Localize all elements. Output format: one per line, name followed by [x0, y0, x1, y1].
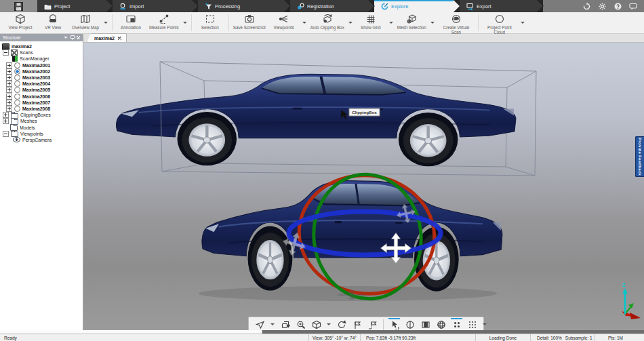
tree-item-scan-selected[interactable]: Maxima2002: [0, 68, 83, 75]
save-project-button[interactable]: [0, 0, 37, 12]
close-icon[interactable]: [77, 36, 80, 39]
standard-views-button[interactable]: [309, 318, 323, 331]
viewpoints-icon: [279, 14, 289, 24]
tree-item-meshes[interactable]: Meshes: [0, 118, 83, 124]
point-density-button[interactable]: [449, 318, 464, 331]
viewpoints-dropdown[interactable]: [300, 12, 308, 33]
show-grid-button[interactable]: Show Grid: [355, 12, 387, 33]
feedback-button-small[interactable]: [629, 2, 637, 10]
expand-icon[interactable]: [6, 106, 12, 112]
button-label: VR View: [45, 25, 61, 30]
split-view-button[interactable]: [403, 318, 417, 331]
measure-points-button[interactable]: Measure Points: [147, 12, 181, 33]
auto-clipping-box-dropdown[interactable]: [346, 12, 355, 33]
show-grid-dropdown[interactable]: [387, 12, 395, 33]
mesh-selection-dropdown[interactable]: [428, 12, 437, 33]
expand-icon[interactable]: [3, 118, 9, 124]
tree-item-scan[interactable]: Maxima2005: [0, 87, 83, 93]
expand-icon[interactable]: [6, 100, 12, 106]
3d-viewport[interactable]: ClippingBox: [83, 43, 644, 330]
tree-item-scan[interactable]: Maxima2006: [0, 94, 83, 100]
tree-item-scan[interactable]: Maxima2004: [0, 81, 83, 87]
save-screenshot-button[interactable]: Save Screenshot: [231, 12, 268, 33]
button-label: Selection: [201, 25, 219, 30]
car-point-cloud-top[interactable]: [116, 74, 516, 166]
mesh-selection-button[interactable]: Mesh Selection: [395, 12, 428, 33]
tab-project[interactable]: Project: [37, 0, 106, 12]
create-virtual-scan-button[interactable]: Create Virtual Scan: [437, 12, 476, 33]
collapse-icon[interactable]: [3, 49, 9, 56]
settings-button[interactable]: [598, 2, 606, 10]
fly-mode-dropdown[interactable]: [268, 323, 277, 325]
tree-item-perspcamera[interactable]: PerspCamera: [0, 137, 83, 143]
expand-icon[interactable]: [6, 94, 12, 100]
tree-item-scan[interactable]: Maxima2008: [0, 106, 83, 112]
project-point-cloud-dropdown[interactable]: [519, 12, 527, 33]
expand-icon[interactable]: [6, 87, 12, 93]
rotate-view-button[interactable]: [334, 318, 348, 331]
view-project-button[interactable]: View Project: [4, 12, 37, 33]
tab-processing[interactable]: Processing: [198, 0, 284, 12]
structure-panel-header: Structure: [0, 34, 83, 41]
tab-export[interactable]: Export: [460, 0, 537, 12]
orbit-button[interactable]: [278, 318, 292, 331]
flag-measure-icon: [353, 320, 362, 329]
ribbon-toolbar: View Project VR View Overview Map Annota…: [0, 12, 644, 34]
pin-icon[interactable]: [71, 35, 74, 40]
tree-item-viewpoints[interactable]: Viewpoints: [0, 131, 83, 137]
document-tab-maxima2[interactable]: maxima2: [87, 33, 127, 42]
measure-points-dropdown[interactable]: [181, 12, 189, 33]
annotation-button[interactable]: Annotation: [115, 12, 147, 33]
auto-clipping-box-button[interactable]: Auto Clipping Box: [308, 12, 346, 33]
tree-item-scan[interactable]: Maxima2003: [0, 75, 83, 81]
tab-label: Export: [477, 3, 491, 9]
navigation-ball-button[interactable]: [434, 318, 448, 331]
camera-icon: [13, 137, 20, 142]
help-button[interactable]: [613, 2, 622, 10]
viewpoints-button[interactable]: Viewpoints: [268, 12, 300, 33]
expand-icon[interactable]: [6, 75, 12, 81]
vr-headset-icon: [47, 14, 58, 24]
fly-mode-button[interactable]: [253, 318, 267, 331]
flag-measure-button[interactable]: [350, 318, 364, 331]
tab-registration[interactable]: Registration: [290, 0, 368, 12]
zoom-area-button[interactable]: [294, 318, 308, 331]
selection-button[interactable]: Selection: [194, 12, 226, 33]
expand-icon[interactable]: [6, 68, 12, 75]
expand-icon[interactable]: [6, 81, 12, 87]
pixel-grid-dropdown[interactable]: [481, 323, 489, 325]
tab-explore[interactable]: Explore: [374, 0, 454, 12]
provide-feedback-button[interactable]: Provide Feedback: [635, 136, 644, 177]
collapse-icon[interactable]: [3, 131, 9, 137]
car-point-cloud-bottom[interactable]: [202, 181, 502, 292]
scan-icon: [14, 94, 20, 100]
layers-button[interactable]: [418, 318, 432, 331]
tree-item-clippingboxes[interactable]: ClippingBoxes: [0, 112, 83, 118]
tree-item-scanmanager[interactable]: ScanManager: [0, 56, 83, 62]
settings-gear-icon: [599, 3, 606, 10]
chevron-down-icon: [430, 22, 435, 24]
annotation-icon: [125, 14, 136, 24]
overview-map-dropdown[interactable]: [102, 12, 110, 33]
tree-item-models[interactable]: Models: [0, 124, 83, 130]
panel-menu-icon[interactable]: [64, 37, 68, 39]
tab-import[interactable]: Import: [113, 0, 192, 12]
tree-item-scan[interactable]: Maxima2001: [0, 62, 83, 68]
chevron-down-icon: [302, 22, 306, 24]
expand-icon[interactable]: [6, 62, 12, 68]
standard-views-dropdown[interactable]: [325, 323, 333, 325]
button-label: Auto Clipping Box: [310, 25, 344, 30]
export-icon: [466, 3, 474, 10]
close-tab-icon[interactable]: [118, 37, 121, 40]
vr-view-button[interactable]: VR View: [37, 12, 69, 33]
tab-label: Project: [54, 3, 70, 9]
project-point-cloud-button[interactable]: Project Point Cloud: [481, 12, 519, 33]
interact-tool-button[interactable]: [387, 318, 401, 331]
tree-item-scan[interactable]: Maxima2007: [0, 100, 83, 106]
tree-item-scans[interactable]: Scans: [0, 49, 83, 56]
expand-icon[interactable]: [3, 112, 9, 118]
overview-map-button[interactable]: Overview Map: [69, 12, 102, 33]
flag-path-button[interactable]: [365, 318, 380, 331]
pixel-grid-button[interactable]: [465, 318, 479, 331]
sync-button[interactable]: [582, 2, 590, 10]
